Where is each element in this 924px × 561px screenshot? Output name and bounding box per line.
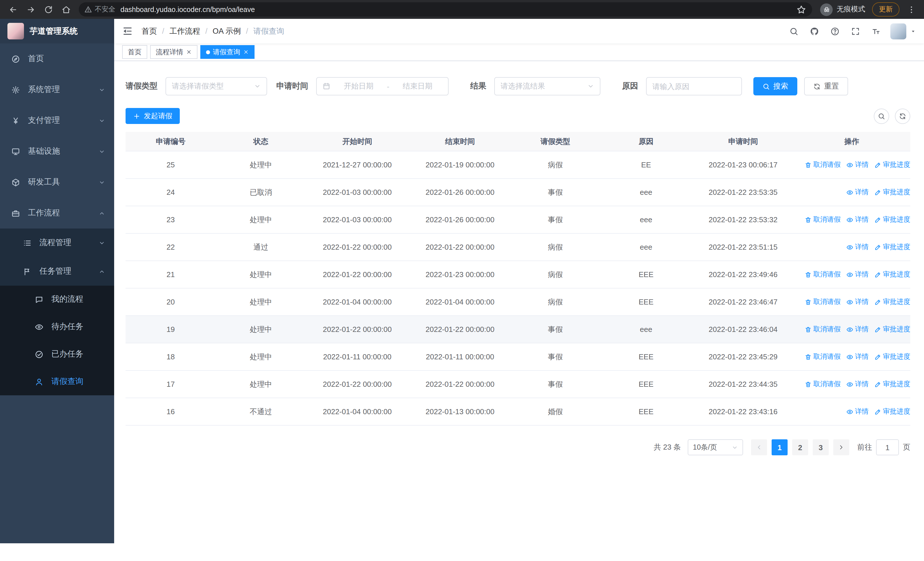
page-button-1[interactable]: 1: [772, 439, 788, 455]
reload-button[interactable]: [41, 2, 56, 17]
tags-view-item[interactable]: 请假查询: [200, 45, 255, 59]
cancel-leave-link[interactable]: 取消请假: [805, 160, 841, 170]
update-button[interactable]: 更新: [872, 2, 900, 17]
chevron-down-icon: [99, 240, 105, 246]
approval-progress-link[interactable]: 审批进度: [874, 297, 910, 307]
breadcrumb-item[interactable]: 首页: [141, 26, 157, 36]
back-button[interactable]: [6, 2, 20, 17]
sidebar-item[interactable]: 待办任务: [0, 313, 114, 340]
sidebar-item[interactable]: 流程管理: [0, 229, 114, 257]
cell-start-time: 2022-01-04 00:00:00: [306, 407, 409, 416]
detail-link[interactable]: 详情: [846, 270, 868, 279]
detail-link[interactable]: 详情: [846, 160, 868, 170]
sidebar-item[interactable]: 我的流程: [0, 286, 114, 313]
detail-link[interactable]: 详情: [846, 407, 868, 417]
cancel-leave-link[interactable]: 取消请假: [805, 379, 841, 389]
cancel-leave-link[interactable]: 取消请假: [805, 215, 841, 224]
table-row[interactable]: 23处理中2022-01-03 00:00:002022-01-26 00:00…: [126, 206, 910, 234]
sidebar-item[interactable]: 首页: [0, 44, 114, 74]
security-chip[interactable]: 不安全: [84, 5, 115, 14]
header-question-icon[interactable]: [830, 26, 840, 36]
refresh-table-button[interactable]: [895, 108, 910, 124]
forward-button[interactable]: [23, 2, 38, 17]
approval-progress-link[interactable]: 审批进度: [874, 187, 910, 197]
approval-progress-link[interactable]: 审批进度: [874, 242, 910, 252]
approval-progress-link[interactable]: 审批进度: [874, 352, 910, 362]
cancel-leave-link[interactable]: 取消请假: [805, 297, 841, 307]
tags-view-item[interactable]: 流程详情: [150, 45, 198, 59]
sidebar-item[interactable]: 支付管理: [0, 105, 114, 136]
bookmark-star-icon[interactable]: [796, 4, 806, 15]
result-label: 结果: [470, 81, 486, 92]
approval-progress-link[interactable]: 审批进度: [874, 215, 910, 224]
page-button-2[interactable]: 2: [792, 439, 808, 455]
detail-link[interactable]: 详情: [846, 215, 868, 224]
approval-progress-link[interactable]: 审批进度: [874, 160, 910, 170]
table-row[interactable]: 25处理中2021-12-27 00:00:002022-01-19 00:00…: [126, 151, 910, 179]
approval-progress-link[interactable]: 审批进度: [874, 325, 910, 334]
reset-button[interactable]: 重置: [804, 77, 848, 95]
breadcrumb-item[interactable]: OA 示例: [213, 26, 241, 36]
home-button[interactable]: [59, 2, 73, 17]
cancel-leave-link[interactable]: 取消请假: [805, 270, 841, 279]
toggle-search-button[interactable]: [874, 108, 889, 124]
action-label: 取消请假: [813, 160, 841, 170]
table-row[interactable]: 20处理中2022-01-04 00:00:002022-01-04 00:00…: [126, 289, 910, 316]
caret-down-icon[interactable]: [910, 28, 916, 34]
detail-link[interactable]: 详情: [846, 379, 868, 389]
reason-input[interactable]: [646, 77, 742, 95]
detail-link[interactable]: 详情: [846, 352, 868, 362]
sidebar-item[interactable]: 系统管理: [0, 74, 114, 105]
sidebar-item[interactable]: 任务管理: [0, 257, 114, 286]
browser-menu-button[interactable]: [904, 2, 918, 17]
close-icon[interactable]: [243, 49, 249, 55]
detail-link[interactable]: 详情: [846, 187, 868, 197]
header-search-icon[interactable]: [789, 26, 798, 36]
sidebar-item-label: 基础设施: [28, 146, 99, 156]
sidebar-item[interactable]: 请假查询: [0, 368, 114, 396]
table-row[interactable]: 22通过2022-01-22 00:00:002022-01-22 00:00:…: [126, 234, 910, 261]
page-size-select[interactable]: 10条/页: [688, 439, 743, 455]
detail-link[interactable]: 详情: [846, 297, 868, 307]
sidebar-item[interactable]: 研发工具: [0, 167, 114, 198]
next-page-button[interactable]: [833, 439, 849, 455]
cancel-leave-link[interactable]: 取消请假: [805, 352, 841, 362]
table-row[interactable]: 24已取消2022-01-03 00:00:002022-01-26 00:00…: [126, 179, 910, 206]
leave-type-select[interactable]: 请选择请假类型: [165, 77, 267, 95]
edit-icon: [874, 161, 881, 168]
tags-view-item[interactable]: 首页: [122, 45, 147, 59]
goto-page-input[interactable]: [876, 439, 899, 455]
approval-progress-link[interactable]: 审批进度: [874, 379, 910, 389]
sidebar-item[interactable]: 已办任务: [0, 340, 114, 368]
search-button[interactable]: 搜索: [753, 77, 797, 95]
sidebar-item[interactable]: 基础设施: [0, 136, 114, 167]
yen-icon: [11, 116, 20, 125]
table-row[interactable]: 19处理中2022-01-22 00:00:002022-01-22 00:00…: [126, 316, 910, 343]
table-row[interactable]: 18处理中2022-01-11 00:00:002022-01-11 00:00…: [126, 343, 910, 371]
sidebar-fold-button[interactable]: [122, 26, 133, 36]
header-github-icon[interactable]: [809, 26, 819, 36]
user-avatar[interactable]: [890, 23, 906, 39]
detail-link[interactable]: 详情: [846, 325, 868, 334]
table-row[interactable]: 21处理中2022-01-22 00:00:002022-01-23 00:00…: [126, 261, 910, 289]
cancel-leave-link[interactable]: 取消请假: [805, 325, 841, 334]
approval-progress-link[interactable]: 审批进度: [874, 407, 910, 417]
approval-progress-link[interactable]: 审批进度: [874, 270, 910, 279]
table-row[interactable]: 16不通过2022-01-04 00:00:002022-01-13 00:00…: [126, 398, 910, 426]
page-button-3[interactable]: 3: [813, 439, 829, 455]
result-select[interactable]: 请选择流结果: [494, 77, 600, 95]
header-fullscreen-icon[interactable]: [850, 26, 860, 36]
prev-page-button[interactable]: [751, 439, 767, 455]
logo[interactable]: 芋道管理系统: [0, 19, 114, 44]
detail-link[interactable]: 详情: [846, 242, 868, 252]
chevron-down-icon: [254, 83, 261, 90]
sidebar-item[interactable]: 工作流程: [0, 198, 114, 229]
content: 请假类型 请选择请假类型 申请时间 开始日期 - 结束日期: [114, 61, 924, 543]
apply-time-range-picker[interactable]: 开始日期 - 结束日期: [316, 77, 448, 95]
address-bar[interactable]: 不安全 dashboard.yudao.iocoder.cn/bpm/oa/le…: [79, 2, 812, 17]
breadcrumb-item[interactable]: 工作流程: [170, 26, 200, 36]
header-font-size-icon[interactable]: [871, 26, 880, 36]
create-leave-button[interactable]: 发起请假: [126, 108, 180, 124]
table-row[interactable]: 17处理中2022-01-22 00:00:002022-01-22 00:00…: [126, 371, 910, 398]
close-icon[interactable]: [186, 49, 192, 55]
